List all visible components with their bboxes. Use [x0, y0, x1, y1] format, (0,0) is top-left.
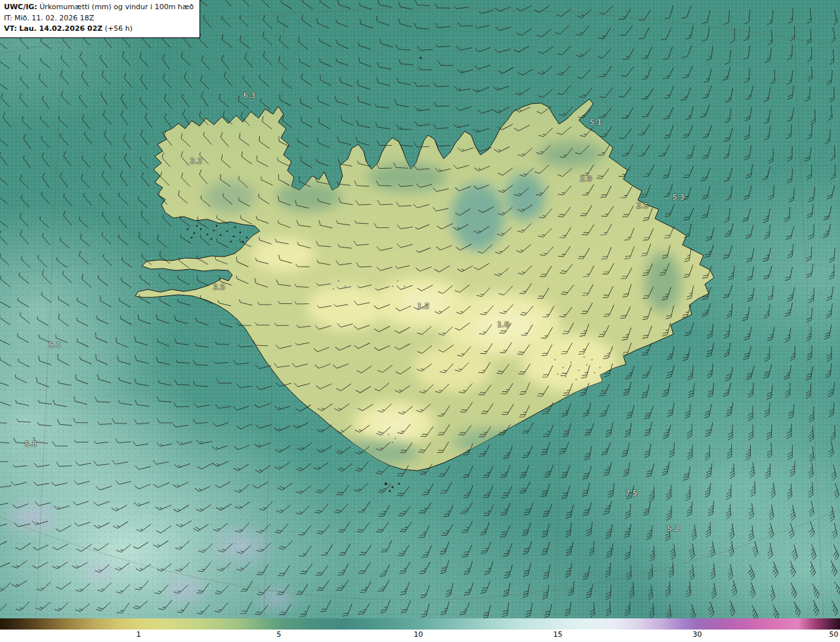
wind-barb: [743, 345, 751, 360]
wind-barb: [641, 383, 649, 399]
wind-barb: [625, 544, 631, 560]
wind-barb: [40, 152, 53, 167]
valid-time-label: VT:: [4, 24, 17, 33]
wind-barb: [829, 402, 834, 417]
wind-barb: [708, 382, 714, 398]
wind-barb: [748, 605, 759, 618]
wind-barb: [137, 196, 150, 207]
wind-barb: [299, 74, 314, 86]
wind-barb: [118, 377, 133, 384]
wind-barb: [153, 458, 169, 465]
wind-barb: [480, 521, 490, 536]
wind-barb: [746, 224, 753, 240]
wind-barb: [827, 561, 838, 576]
wind-barb: [13, 463, 28, 467]
wind-barb: [379, 39, 394, 47]
wind-barb: [629, 582, 635, 597]
wind-barb: [747, 247, 754, 263]
wind-barb: [577, 66, 591, 81]
wind-barb: [457, 65, 473, 74]
wind-barb: [17, 54, 32, 68]
wind-barb: [62, 151, 75, 165]
wind-barb: [396, 77, 412, 85]
wind-barb: [668, 563, 673, 578]
wind-barb: [173, 315, 189, 324]
contour-label: 5.1: [49, 341, 61, 349]
wind-barb: [473, 83, 489, 93]
wind-barb: [520, 463, 529, 479]
wind-barb: [41, 233, 52, 246]
wind-barb: [762, 165, 770, 181]
wind-barb: [16, 297, 30, 307]
wind-barb: [747, 266, 754, 282]
wind-barb: [599, 64, 611, 79]
wind-barb: [81, 156, 92, 168]
wind-barb: [703, 123, 712, 139]
wind-barb: [313, 459, 328, 471]
wind-barb: [724, 207, 730, 223]
wind-barb: [767, 10, 773, 26]
wind-barb: [336, 0, 352, 9]
wind-barb: [787, 286, 794, 302]
wind-barb: [544, 463, 553, 479]
wind-barb: [438, 463, 450, 479]
wind-barb: [583, 402, 591, 417]
wind-barb: [134, 418, 150, 424]
wind-barb: [687, 423, 692, 439]
wind-barb: [830, 523, 837, 538]
wind-barb: [522, 420, 534, 435]
wind-barb: [357, 57, 373, 67]
wind-barb: [219, 321, 233, 328]
wind-barb: [440, 480, 452, 495]
wind-barb: [259, 98, 272, 109]
wind-barb: [808, 482, 814, 498]
wind-barb: [640, 183, 650, 199]
wind-barb: [101, 212, 112, 225]
wind-barb: [240, 0, 251, 6]
wind-barb: [97, 580, 111, 593]
wind-barb: [708, 501, 714, 516]
wind-barb: [320, 598, 331, 614]
wind-barb: [503, 444, 512, 460]
wind-barb: [195, 318, 209, 325]
wind-barb: [95, 561, 110, 574]
wind-barb: [623, 461, 630, 477]
wind-barb: [790, 461, 795, 477]
wind-barb: [297, 139, 310, 148]
wind-barb: [681, 4, 691, 20]
wind-barb: [275, 521, 288, 535]
wind-barb: [379, 503, 390, 519]
wind-barb: [768, 148, 773, 163]
wind-barb: [767, 504, 774, 520]
wind-barb: [0, 58, 11, 69]
wind-barb: [786, 124, 791, 140]
wind-barb: [810, 110, 816, 125]
wind-barb: [96, 599, 110, 613]
wind-barb: [577, 6, 591, 19]
wind-barb: [193, 521, 208, 532]
wind-barb: [38, 400, 52, 404]
wind-barb: [236, 520, 249, 534]
wind-barb: [747, 582, 756, 598]
wind-barb: [663, 424, 671, 440]
wind-barb: [339, 115, 355, 125]
wind-barb: [0, 601, 7, 614]
wind-barb: [11, 478, 27, 486]
wind-barb: [665, 203, 675, 219]
wind-barb: [724, 323, 730, 339]
wind-barb: [0, 537, 7, 548]
wind-barb: [725, 503, 730, 519]
wind-barb: [195, 343, 209, 347]
wind-barb: [20, 76, 31, 89]
wind-barb: [83, 193, 94, 205]
wind-barb: [707, 46, 713, 62]
wind-barb: [94, 540, 109, 552]
wind-barb: [702, 203, 710, 219]
wind-barb: [828, 28, 835, 43]
wind-barb: [582, 465, 591, 481]
wind-barb: [52, 558, 68, 570]
wind-barb: [823, 223, 830, 239]
wind-barb: [702, 184, 710, 200]
title-box: UWC/IG: Úrkomumætti (mm) og vindur i 100…: [0, 0, 200, 38]
wind-barb: [766, 443, 772, 458]
